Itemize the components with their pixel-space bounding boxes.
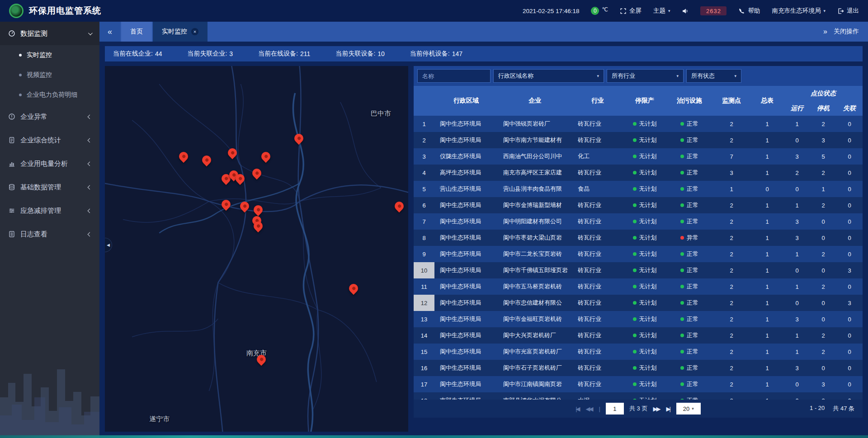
table-row[interactable]: 8阆中生态环境局阆中市枣碧大梁山页岩砖瓦行业无计划异常21300	[414, 230, 863, 246]
status-dot	[680, 236, 684, 240]
sidebar-group-data-monitoring[interactable]: 数据监测	[0, 22, 99, 45]
map-pin[interactable]	[261, 152, 270, 161]
map-pin[interactable]	[240, 202, 249, 211]
table-row[interactable]: 1阆中生态环境局阆中强锐页岩砖厂砖瓦行业无计划正常21120	[414, 116, 863, 132]
chevron-left-icon	[88, 208, 92, 213]
name-filter-input[interactable]	[417, 69, 491, 83]
cell-stopped-count: 2	[810, 170, 836, 176]
sidebar-group-label: 数据监测	[20, 29, 83, 38]
sidebar-group-log-view[interactable]: 日志查看	[0, 222, 99, 246]
map-pin[interactable]	[236, 174, 245, 183]
tab-realtime-monitor[interactable]: 实时监控 ×	[153, 22, 208, 42]
cell-industry: 砖瓦行业	[572, 331, 623, 339]
table-row[interactable]: 3仪陇生态环境局西南油气田分公司川中化工无计划正常71350	[414, 148, 863, 165]
cell-facility-status: 正常	[666, 169, 712, 177]
table-row[interactable]: 6阆中生态环境局阆中市金博瑞新型墙材砖瓦行业无计划正常21120	[414, 197, 863, 213]
table-row[interactable]: 2阆中生态环境局阆中市南方节能建材有砖瓦行业无计划正常21030	[414, 132, 863, 148]
map-pin[interactable]	[395, 202, 404, 211]
tab-home[interactable]: 首页	[121, 22, 152, 42]
cell-meter-count: 1	[750, 251, 784, 258]
cell-row-number: 17	[414, 376, 434, 392]
map-pin[interactable]	[252, 169, 261, 178]
sidebar-group-enterprise-abnormal[interactable]: 企业异常	[0, 105, 99, 128]
cell-region: 阆中生态环境局	[434, 364, 498, 372]
status-filter-select[interactable]: 所有状态 ▾	[686, 69, 741, 83]
map-canvas[interactable]	[105, 66, 408, 432]
map-pin[interactable]	[228, 148, 237, 157]
table-row[interactable]: 15阆中生态环境局阆中市光富页岩机砖厂砖瓦行业无计划正常21120	[414, 344, 863, 360]
map-pin[interactable]	[179, 152, 188, 161]
map-pin[interactable]	[294, 134, 303, 143]
cell-facility-status: 正常	[666, 136, 712, 144]
pin-shape	[393, 199, 406, 212]
status-dot	[633, 366, 637, 370]
industry-filter-select[interactable]: 所有行业 ▾	[607, 69, 684, 83]
facility-label: 正常	[687, 348, 698, 356]
table-row[interactable]: 10阆中生态环境局阆中市千佛镇五郎垭页岩砖瓦行业无计划正常21003	[414, 262, 863, 278]
cell-monitor-count: 2	[712, 218, 750, 225]
sidebar-group-basic-data-management[interactable]: 基础数据管理	[0, 175, 99, 199]
close-operations-button[interactable]: 关闭操作	[834, 28, 859, 36]
cell-facility-status: 正常	[666, 331, 712, 339]
map-pin[interactable]	[202, 155, 211, 165]
table-row[interactable]: 17阆中生态环境局阆中市江南镇阆南页岩砖瓦行业无计划正常21030	[414, 376, 863, 392]
tabs-scroll-left-button[interactable]: «	[99, 22, 120, 42]
pin-shape	[177, 150, 190, 163]
next-page-button[interactable]: ▶▶	[653, 405, 660, 412]
table-row[interactable]: 4高坪生态环境局南充市高坪区王家店建砖瓦行业无计划正常31220	[414, 165, 863, 181]
cell-meter-count: 1	[750, 235, 784, 241]
page-size-select[interactable]: 20 ▾	[676, 403, 701, 414]
cell-facility-status: 正常	[666, 380, 712, 388]
table-row[interactable]: 14阆中生态环境局阆中大兴页岩机砖厂砖瓦行业无计划正常21120	[414, 327, 863, 344]
map-pin[interactable]	[254, 205, 263, 214]
close-tab-icon[interactable]: ×	[191, 28, 198, 35]
cell-running-count: 0	[784, 267, 810, 274]
cell-row-number: 10	[414, 262, 434, 278]
help-button[interactable]: 帮助	[738, 7, 760, 15]
fullscreen-button[interactable]: 全屏	[620, 7, 642, 15]
sidebar-item-realtime-monitor[interactable]: 实时监控	[0, 45, 99, 65]
table-row[interactable]: 7阆中生态环境局阆中明阳建材有限公司砖瓦行业无计划正常21300	[414, 213, 863, 230]
production-label: 无计划	[639, 136, 657, 144]
cell-industry: 砖瓦行业	[572, 169, 623, 177]
prev-page-button[interactable]: ◀◀	[586, 405, 594, 412]
table-row[interactable]: 5营山生态环境局营山县润丰肉食品有限食品无计划正常10010	[414, 181, 863, 197]
facility-label: 正常	[687, 136, 698, 144]
map-pin[interactable]	[222, 200, 231, 209]
map-pin[interactable]	[257, 355, 266, 364]
cell-row-number: 8	[414, 230, 434, 246]
table-row[interactable]: 16阆中生态环境局阆中市石子页岩机砖厂砖瓦行业无计划正常21300	[414, 360, 863, 376]
sidebar-item-video-monitor[interactable]: 视频监控	[0, 65, 99, 85]
alert-count-badge[interactable]: 2632	[700, 6, 726, 15]
pagination-info: 1 - 20 共 47 条	[810, 405, 854, 413]
cell-running-count: 3	[784, 235, 810, 241]
logout-button[interactable]: 退出	[837, 7, 859, 15]
org-dropdown[interactable]: 南充市生态环境局 ▾	[772, 7, 826, 15]
region-filter-select[interactable]: 行政区域名称 ▾	[493, 69, 604, 83]
sound-button[interactable]	[682, 8, 689, 14]
sidebar-group-emergency-reduction[interactable]: 应急减排管理	[0, 199, 99, 222]
map-pin[interactable]	[349, 284, 358, 293]
cell-region: 阆中生态环境局	[434, 380, 498, 388]
tabs-scroll-right-button[interactable]: »	[823, 28, 827, 36]
cell-row-number: 2	[414, 132, 434, 148]
table-row[interactable]: 9阆中生态环境局阆中市二龙长宝页岩砖砖瓦行业无计划正常21120	[414, 246, 863, 262]
cell-region: 阆中生态环境局	[434, 266, 498, 274]
table-row[interactable]: 12阆中生态环境局阆中市忠信建材有限公砖瓦行业无计划正常21003	[414, 295, 863, 311]
last-page-button[interactable]: ▶|	[666, 405, 670, 412]
sidebar-group-enterprise-statistics[interactable]: 企业综合统计	[0, 128, 99, 152]
sidebar-group-power-usage-analysis[interactable]: 企业用电量分析	[0, 152, 99, 175]
table-row[interactable]: 11阆中生态环境局阆中市五马桥页岩机砖砖瓦行业无计划正常21120	[414, 278, 863, 295]
table-row[interactable]: 13阆中生态环境局阆中市金福旺页岩机砖砖瓦行业无计划正常21300	[414, 311, 863, 327]
first-page-button[interactable]: |◀	[576, 405, 580, 412]
production-label: 无计划	[639, 364, 657, 372]
map-pin[interactable]	[254, 221, 263, 231]
map-panel[interactable]: 巴中市南充市遂宁市 ◀	[105, 66, 408, 432]
status-dot	[633, 220, 637, 223]
sidebar-item-power-load-detail[interactable]: 企业电力负荷明细	[0, 85, 99, 105]
cell-lost-count: 0	[836, 251, 863, 258]
cell-row-number: 13	[414, 311, 434, 327]
table-row[interactable]: 18南部生态环境局南部县鸿华水泥有限公水泥无计划正常21030	[414, 392, 863, 400]
page-number-input[interactable]	[606, 403, 624, 414]
theme-dropdown[interactable]: 主题 ▾	[653, 7, 670, 15]
